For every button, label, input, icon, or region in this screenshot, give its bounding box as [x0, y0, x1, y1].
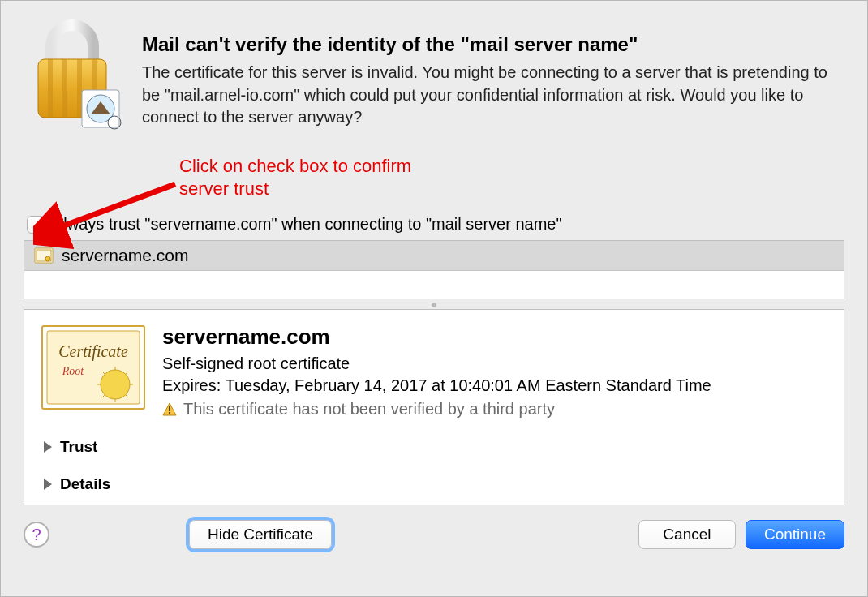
cancel-button[interactable]: Cancel — [638, 520, 736, 549]
continue-button[interactable]: Continue — [746, 520, 844, 549]
message-column: Mail can't verify the identity of the "m… — [142, 17, 844, 129]
certificate-warning-text: This certificate has not been verified b… — [183, 400, 555, 419]
svg-rect-1 — [48, 59, 53, 118]
certificate-list-item[interactable]: servername.com — [24, 241, 844, 271]
certificate-kind: Self-signed root certificate — [162, 354, 827, 373]
annotation-text: Click on check box to confirm server tru… — [179, 155, 411, 200]
always-trust-row: Always trust "servername.com" when conne… — [27, 215, 844, 234]
trust-section-label: Trust — [60, 438, 97, 456]
always-trust-checkbox[interactable] — [27, 216, 45, 234]
hide-certificate-label: Hide Certificate — [208, 526, 313, 543]
dialog-header: Mail can't verify the identity of the "m… — [24, 17, 844, 134]
svg-rect-3 — [77, 59, 82, 118]
resize-grip-icon[interactable]: ● — [24, 299, 844, 309]
lock-column — [24, 17, 122, 134]
always-trust-label: Always trust "servername.com" when conne… — [53, 215, 562, 234]
svg-point-17 — [101, 370, 130, 399]
svg-rect-27 — [169, 406, 170, 411]
certificate-badge-icon: Certificate Root — [41, 324, 146, 410]
trust-section-toggle[interactable]: Trust — [44, 438, 827, 456]
certificate-name: servername.com — [162, 324, 827, 350]
certificate-detail-top: Certificate Root servername.com Self-sig… — [41, 324, 827, 419]
certificate-trust-dialog: Mail can't verify the identity of the "m… — [0, 0, 868, 597]
lock-mail-icon — [24, 17, 122, 131]
svg-text:Certificate: Certificate — [58, 342, 128, 361]
details-section-toggle[interactable]: Details — [44, 475, 827, 493]
certificate-icon — [34, 246, 54, 265]
certificate-warning: This certificate has not been verified b… — [162, 400, 827, 419]
dialog-title: Mail can't verify the identity of the "m… — [142, 32, 844, 57]
svg-rect-2 — [62, 59, 67, 118]
help-button[interactable]: ? — [24, 522, 49, 548]
continue-label: Continue — [764, 526, 826, 543]
warning-icon — [162, 402, 177, 417]
disclosure-triangle-icon — [44, 441, 52, 453]
hide-certificate-button[interactable]: Hide Certificate — [189, 520, 332, 549]
certificate-detail-texts: servername.com Self-signed root certific… — [162, 324, 827, 419]
cancel-label: Cancel — [663, 526, 711, 543]
certificate-list-blank-row — [24, 271, 844, 298]
certificate-list: servername.com — [24, 240, 844, 299]
svg-text:Root: Root — [62, 365, 85, 377]
details-section-label: Details — [60, 475, 110, 493]
disclosure-triangle-icon — [44, 479, 52, 490]
help-icon: ? — [32, 526, 41, 544]
certificate-list-item-name: servername.com — [62, 246, 188, 265]
dialog-footer: ? Hide Certificate Cancel Continue — [24, 520, 844, 549]
dialog-body: The certificate for this server is inval… — [142, 62, 844, 129]
svg-point-12 — [45, 256, 50, 261]
certificate-expires: Expires: Tuesday, February 14, 2017 at 1… — [162, 376, 827, 395]
annotation-line1: Click on check box to confirm — [179, 156, 411, 176]
certificate-detail-pane: Certificate Root servername.com Self-sig… — [24, 309, 844, 505]
annotation-line2: server trust — [179, 178, 269, 199]
svg-rect-28 — [169, 412, 170, 414]
